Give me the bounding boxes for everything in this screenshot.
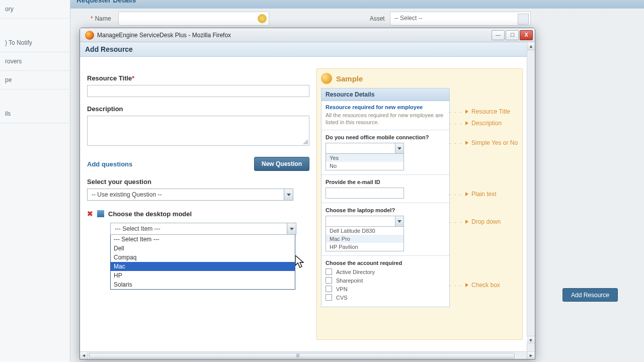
form-left-column: Resource Title* Description Add question… (80, 64, 316, 351)
existing-question-select[interactable]: -- Use existing Question -- (87, 189, 293, 201)
chevron-down-icon (397, 147, 401, 150)
sample-q1-option[interactable]: Yes (326, 154, 404, 162)
scroll-right-icon[interactable]: ► (527, 352, 535, 359)
annot-description: - - -Description (449, 120, 502, 127)
bg-add-resource-button[interactable]: Add Resource (562, 288, 618, 302)
sample-q4-option: VPN (336, 286, 348, 292)
bg-asset-label: Asset (370, 15, 385, 22)
vertical-scrollbar[interactable]: ▲ ▼ (527, 42, 535, 351)
sample-q4-option: Active Directory (336, 269, 375, 275)
resource-title-label: Resource Title* (87, 74, 309, 82)
annot-checkbox: - - -Check box (449, 282, 500, 289)
sample-title: Sample (336, 74, 363, 83)
bg-side-item: ory (0, 0, 70, 19)
add-questions-heading: Add questions (87, 160, 132, 168)
sample-q1-select[interactable] (326, 143, 404, 154)
bg-name-label: Name (95, 15, 111, 22)
bg-side-item: pe (0, 71, 70, 89)
sample-q4-option: CVS (336, 295, 348, 301)
scroll-down-icon[interactable]: ▼ (527, 336, 535, 344)
edit-icon[interactable] (97, 210, 104, 217)
sample-q1-label: Do you need office mobile connection? (326, 134, 445, 140)
bg-name-row: * Name Asset -- Select -- (91, 11, 634, 26)
bg-side-item: ils (0, 105, 70, 123)
required-star: * (91, 15, 93, 22)
annot-dropdown: - - -Drop down (449, 218, 501, 225)
bg-section-title: Requester Details (70, 0, 644, 9)
scroll-mark (296, 354, 299, 357)
sample-subdesc: All the resources required for new emplo… (326, 112, 445, 126)
page-header: Add Resource (80, 42, 527, 57)
bg-side-item: rovers (0, 52, 70, 71)
close-button[interactable]: X (520, 30, 533, 40)
select-question-label: Select your question (87, 178, 309, 186)
horizontal-scrollbar[interactable]: ◄ ► (80, 351, 535, 359)
sample-subtitle: Resource required for new employee (326, 104, 445, 110)
resource-title-input[interactable] (87, 85, 309, 97)
desktop-model-option[interactable]: Mac (111, 262, 295, 271)
annot-resource-title: - - -Resource Title (449, 108, 510, 115)
window-title: ManageEngine ServiceDesk Plus - Mozilla … (97, 32, 491, 39)
firefox-window: ManageEngine ServiceDesk Plus - Mozilla … (79, 28, 535, 359)
resource-details-card: Resource Details Resource required for n… (321, 88, 450, 307)
bg-asset-select[interactable]: -- Select -- (390, 12, 531, 26)
desktop-model-option[interactable]: Dell (111, 244, 295, 253)
minimize-button[interactable]: — (492, 30, 505, 40)
sample-q3-option[interactable]: Dell Latitude D830 (326, 227, 404, 235)
window-titlebar: ManageEngine ServiceDesk Plus - Mozilla … (80, 28, 535, 42)
desktop-model-option[interactable]: Solaris (111, 280, 295, 289)
desktop-model-option[interactable]: Compaq (111, 253, 295, 262)
sample-q4-label: Choose the account required (326, 260, 445, 266)
sample-q3-options: Dell Latitude D830 Mac Pro HP Pavilion (326, 227, 404, 251)
annot-yesno: - - -Simple Yes or No (449, 139, 518, 146)
sample-panel: Sample Resource Details Resource require… (316, 68, 523, 340)
new-question-button[interactable]: New Question (254, 157, 309, 171)
checkbox[interactable] (326, 286, 332, 292)
maximize-button[interactable]: ☐ (506, 30, 519, 40)
chevron-down-icon (397, 220, 401, 223)
sample-q1-option[interactable]: No (326, 162, 404, 170)
required-star: * (132, 74, 134, 82)
desktop-model-option[interactable]: --- Select Item --- (111, 235, 295, 244)
dropdown-button-icon[interactable] (284, 189, 293, 200)
sample-q3-label: Choose the laptop model? (326, 207, 445, 213)
desktop-model-value: --- Select Item --- (115, 225, 160, 232)
desktop-model-select[interactable]: --- Select Item --- (110, 223, 296, 235)
sample-column: Sample Resource Details Resource require… (316, 64, 527, 351)
chevron-down-icon (290, 228, 294, 230)
checkbox[interactable] (326, 277, 332, 284)
scroll-up-icon[interactable]: ▲ (527, 42, 535, 50)
desktop-model-option[interactable]: HP (111, 271, 295, 280)
delete-icon[interactable]: ✖ (87, 210, 93, 218)
description-textarea[interactable] (87, 116, 309, 146)
bg-side-item: ) To Notify (0, 34, 70, 52)
dropdown-button-icon[interactable] (395, 143, 404, 153)
scroll-thumb[interactable] (89, 353, 515, 358)
sample-q3-option[interactable]: HP Pavilion (326, 243, 404, 251)
scroll-left-icon[interactable]: ◄ (80, 352, 88, 359)
dropdown-button-icon[interactable] (395, 216, 404, 226)
bg-name-input[interactable] (118, 12, 269, 26)
sample-q1-options: Yes No (326, 154, 404, 170)
annot-plain-text: - - -Plain text (449, 191, 496, 198)
chevron-down-icon (287, 194, 291, 196)
sample-q3-select[interactable] (326, 216, 404, 227)
checkbox[interactable] (326, 294, 332, 301)
firefox-icon (85, 31, 94, 40)
resource-details-header: Resource Details (321, 88, 449, 101)
existing-question-value: -- Use existing Question -- (92, 191, 162, 198)
bg-sidebar: ory ) To Notify rovers pe ils (0, 0, 70, 362)
sample-q3-option[interactable]: Mac Pro (326, 235, 404, 243)
dropdown-button-icon[interactable] (287, 223, 296, 234)
svg-marker-0 (295, 255, 303, 267)
sample-q2-label: Provide the e-mail ID (326, 179, 445, 185)
chosen-question-text: Choose the desktop model (108, 210, 192, 218)
description-label: Description (87, 105, 309, 113)
desktop-model-options: --- Select Item ---DellCompaqMacHPSolari… (110, 235, 295, 290)
checkbox[interactable] (326, 268, 332, 275)
lightbulb-icon (321, 73, 332, 84)
sample-q4-option: Sharepoint (336, 278, 363, 284)
sample-q2-input[interactable] (326, 188, 404, 199)
